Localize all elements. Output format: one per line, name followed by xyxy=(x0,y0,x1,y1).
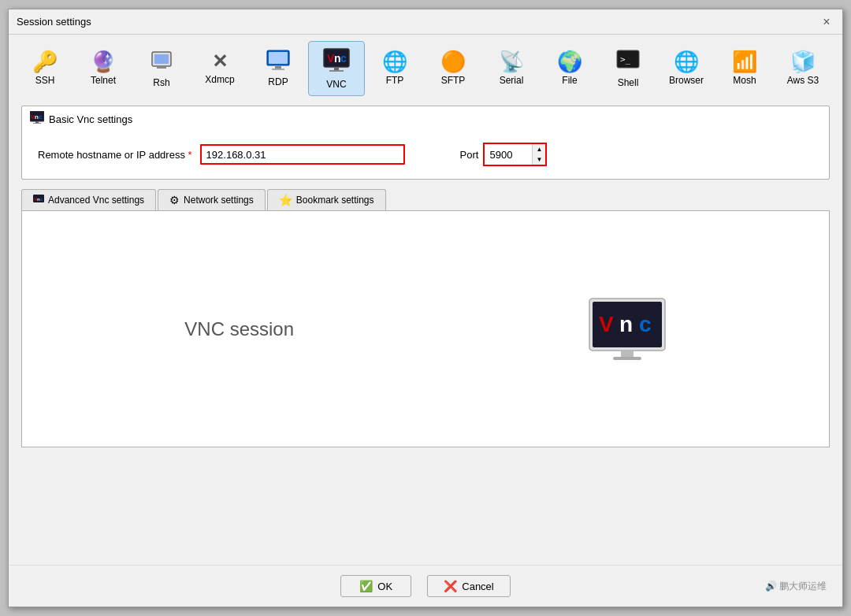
tab-ssh-label: SSH xyxy=(35,75,55,86)
port-spinners: ▲ ▼ xyxy=(532,144,545,165)
advanced-vnc-icon: V n c xyxy=(33,194,44,206)
tab-browser[interactable]: 🌐 Browser xyxy=(658,41,715,96)
basic-panel-vnc-icon: V n c xyxy=(30,111,44,127)
vnc-monitor-svg: V n c xyxy=(588,297,667,362)
tab-shell-label: Shell xyxy=(618,77,639,88)
hostname-input[interactable] xyxy=(200,144,405,165)
footer-buttons: ✅ OK ❌ Cancel xyxy=(340,575,510,597)
sftp-icon: 🟠 xyxy=(440,51,466,72)
tab-sftp-label: SFTP xyxy=(441,75,466,86)
ssh-icon: 🔑 xyxy=(32,51,58,72)
ok-button[interactable]: ✅ OK xyxy=(340,575,411,597)
basic-panel-header: V n c Basic Vnc settings xyxy=(22,106,829,132)
tab-advanced-vnc[interactable]: V n c Advanced Vnc settings xyxy=(21,189,156,210)
tab-browser-label: Browser xyxy=(669,75,704,86)
awss3-icon: 🧊 xyxy=(790,51,816,72)
tab-telnet[interactable]: 🔮 Telnet xyxy=(75,41,132,96)
tab-shell[interactable]: >_ Shell xyxy=(600,41,656,96)
titlebar: Session settings × xyxy=(9,9,842,35)
port-increment-button[interactable]: ▲ xyxy=(533,144,545,154)
tab-rdp[interactable]: RDP xyxy=(250,41,307,96)
tab-xdmcp-label: Xdmcp xyxy=(205,74,234,85)
basic-vnc-panel: V n c Basic Vnc settings Remote hostname… xyxy=(21,106,830,180)
rdp-icon xyxy=(266,50,290,73)
svg-rect-4 xyxy=(269,52,288,64)
tab-mosh[interactable]: 📶 Mosh xyxy=(716,41,773,96)
cancel-label: Cancel xyxy=(462,581,493,592)
tab-bookmark-label: Bookmark settings xyxy=(296,195,374,206)
browser-icon: 🌐 xyxy=(674,51,699,72)
tab-advanced-vnc-label: Advanced Vnc settings xyxy=(48,195,144,206)
main-content: V n c Basic Vnc settings Remote hostname… xyxy=(9,96,842,565)
tab-mosh-label: Mosh xyxy=(733,75,756,86)
svg-text:c: c xyxy=(639,312,652,336)
tab-ftp-label: FTP xyxy=(386,75,404,86)
svg-rect-12 xyxy=(334,67,339,70)
telnet-icon: 🔮 xyxy=(91,51,116,72)
port-label: Port xyxy=(460,149,479,161)
port-group: Port ▲ ▼ xyxy=(460,143,548,166)
bookmark-icon: ⭐ xyxy=(279,194,292,206)
tab-vnc-label: VNC xyxy=(326,79,346,90)
bottom-tabs-section: V n c Advanced Vnc settings ⚙ Network se… xyxy=(21,189,830,447)
svg-text:c: c xyxy=(39,113,43,121)
port-input[interactable] xyxy=(485,144,532,165)
required-indicator: * xyxy=(188,149,192,161)
footer: ✅ OK ❌ Cancel 🔊 鹏大师运维 xyxy=(9,565,842,607)
basic-settings-body: Remote hostname or IP address * Port ▲ ▼ xyxy=(22,132,829,179)
tab-awss3[interactable]: 🧊 Aws S3 xyxy=(775,41,831,96)
rsh-icon xyxy=(151,49,173,74)
tab-sftp[interactable]: 🟠 SFTP xyxy=(425,41,481,96)
tab-serial-label: Serial xyxy=(500,75,524,86)
tab-rsh-label: Rsh xyxy=(153,77,169,88)
cancel-icon: ❌ xyxy=(444,580,457,592)
svg-text:>_: >_ xyxy=(620,54,631,65)
tab-rsh[interactable]: Rsh xyxy=(133,41,190,96)
svg-text:V: V xyxy=(599,312,614,336)
protocol-tabs-bar: 🔑 SSH 🔮 Telnet Rsh ✕ Xdmcp RDP xyxy=(9,35,842,96)
vnc-icon: V n c xyxy=(323,48,350,76)
svg-rect-5 xyxy=(275,66,281,69)
ok-label: OK xyxy=(377,581,392,592)
port-input-wrap: ▲ ▼ xyxy=(483,143,547,166)
svg-rect-13 xyxy=(329,70,344,72)
hostname-label: Remote hostname or IP address * xyxy=(38,149,192,161)
vnc-logo-illustration: V n c xyxy=(588,297,667,362)
serial-icon: 📡 xyxy=(499,51,524,72)
tab-file-label: File xyxy=(562,75,577,86)
bottom-tabs-bar: V n c Advanced Vnc settings ⚙ Network se… xyxy=(21,189,830,211)
dialog-title: Session settings xyxy=(17,16,91,28)
tab-serial[interactable]: 📡 Serial xyxy=(483,41,540,96)
tab-bookmark-settings[interactable]: ⭐ Bookmark settings xyxy=(267,189,386,210)
svg-text:n: n xyxy=(619,312,633,336)
mosh-icon: 📶 xyxy=(732,51,757,72)
svg-rect-1 xyxy=(154,54,169,64)
tab-rdp-label: RDP xyxy=(268,76,288,87)
cancel-button[interactable]: ❌ Cancel xyxy=(427,575,510,597)
close-button[interactable]: × xyxy=(819,14,834,30)
ok-icon: ✅ xyxy=(359,580,373,592)
session-content-area: VNC session V n c xyxy=(21,211,830,447)
tab-xdmcp[interactable]: ✕ Xdmcp xyxy=(191,41,248,96)
xdmcp-icon: ✕ xyxy=(212,52,228,71)
tab-awss3-label: Aws S3 xyxy=(787,75,819,86)
svg-rect-31 xyxy=(621,351,634,357)
tab-network-settings[interactable]: ⚙ Network settings xyxy=(158,189,266,210)
tab-vnc[interactable]: V n c VNC xyxy=(308,41,365,96)
svg-rect-32 xyxy=(613,357,641,360)
svg-rect-6 xyxy=(272,69,284,70)
svg-text:c: c xyxy=(340,52,347,65)
tab-network-label: Network settings xyxy=(184,195,254,206)
network-settings-icon: ⚙ xyxy=(169,194,180,206)
svg-rect-20 xyxy=(35,121,39,123)
tab-ftp[interactable]: 🌐 FTP xyxy=(366,41,423,96)
vnc-session-label: VNC session xyxy=(184,318,294,340)
tab-ssh[interactable]: 🔑 SSH xyxy=(17,41,73,96)
port-decrement-button[interactable]: ▼ xyxy=(533,154,545,165)
tab-telnet-label: Telnet xyxy=(91,75,116,86)
svg-rect-2 xyxy=(157,66,166,69)
session-settings-dialog: Session settings × 🔑 SSH 🔮 Telnet Rsh ✕ … xyxy=(8,9,843,607)
shell-icon: >_ xyxy=(616,50,640,74)
tab-file[interactable]: 🌍 File xyxy=(541,41,598,96)
file-icon: 🌍 xyxy=(557,51,582,72)
